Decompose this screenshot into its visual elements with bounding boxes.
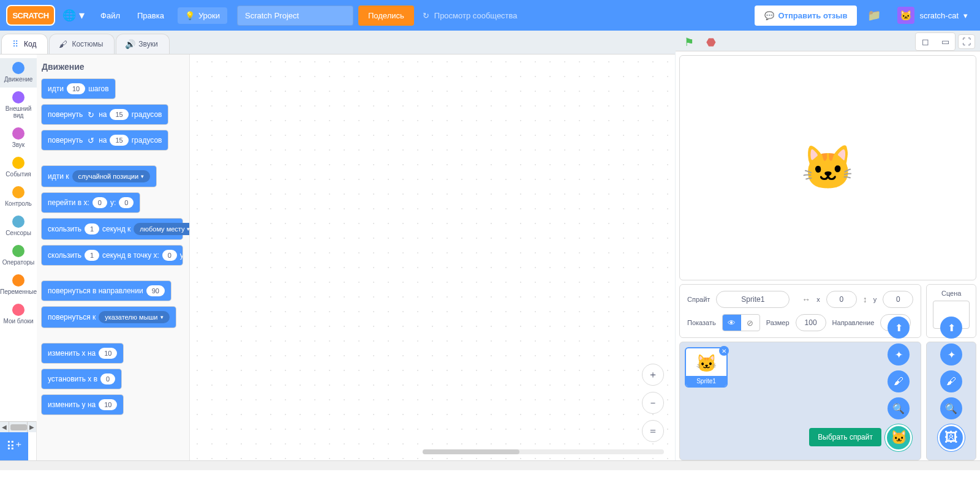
paint-sprite-button[interactable]: 🖌: [888, 370, 910, 392]
stage-small-button[interactable]: ◻: [917, 34, 934, 49]
block-turn-cw[interactable]: повернуть ↻ на 15 градусов: [42, 105, 168, 124]
lightbulb-icon: 💡: [185, 11, 195, 20]
menu-bar: SCRATCH 🌐 ▾ Файл Правка 💡 Уроки Поделись…: [0, 0, 980, 31]
rotate-cw-icon: ↻: [86, 110, 96, 119]
share-button[interactable]: Поделись: [358, 6, 414, 26]
block-glide-menu[interactable]: скользить 1 секунд к любому месту: [42, 219, 183, 239]
tab-sounds[interactable]: 🔊 Звуки: [116, 34, 169, 54]
category-Звук[interactable]: Звук: [0, 124, 37, 153]
workspace-scrollbar[interactable]: [423, 449, 664, 454]
zoom-reset-button[interactable]: ＝: [642, 420, 664, 442]
fullscreen-button[interactable]: ⛶: [958, 34, 975, 49]
language-menu[interactable]: 🌐 ▾: [55, 0, 92, 31]
zoom-in-button[interactable]: ＋: [642, 364, 664, 386]
category-scrollbar[interactable]: ◀ ▶: [0, 421, 36, 432]
category-Мои блоки[interactable]: Мои блоки: [0, 300, 37, 329]
surprise-backdrop-button[interactable]: ✦: [940, 343, 962, 366]
sprite-size-input[interactable]: [796, 314, 826, 331]
scroll-right-arrow[interactable]: ▶: [27, 422, 36, 433]
account-menu[interactable]: 🐱 scratch-cat ▾: [891, 7, 974, 24]
page-scrollbar[interactable]: [0, 460, 980, 470]
choose-sprite-button[interactable]: 🐱: [885, 424, 912, 451]
block-palette: Движение идти 10 шагов повернуть ↻ на 15…: [37, 54, 190, 460]
xy-arrows-icon: ↔: [802, 294, 810, 304]
category-dot-icon: [12, 186, 24, 198]
see-community-button[interactable]: ↻ Просмотр сообщества: [414, 11, 526, 20]
category-label: Мои блоки: [3, 318, 33, 324]
sound-icon: 🔊: [125, 39, 135, 49]
category-dot-icon: [12, 216, 24, 228]
add-extension-button[interactable]: ⠿⁺: [0, 432, 28, 460]
stage-large-button[interactable]: ▭: [937, 34, 954, 49]
file-menu[interactable]: Файл: [92, 0, 129, 31]
sprite-on-stage[interactable]: 🐱: [801, 143, 854, 193]
block-move-steps[interactable]: идти 10 шагов: [42, 79, 115, 99]
category-dot-icon: [12, 157, 24, 169]
category-dot-icon: [12, 127, 24, 140]
category-Контроль[interactable]: Контроль: [0, 182, 37, 212]
feedback-label: Отправить отзыв: [778, 11, 847, 20]
zoom-out-button[interactable]: －: [642, 392, 664, 414]
scroll-thumb[interactable]: [10, 424, 28, 430]
palette-heading: Движение: [42, 62, 184, 72]
sprite-x-input[interactable]: [826, 291, 857, 308]
code-icon: ⠿: [10, 39, 20, 49]
sprite-tile-sprite1[interactable]: ✕ 🐱 Sprite1: [685, 347, 728, 388]
category-Операторы[interactable]: Операторы: [0, 241, 37, 271]
category-Движение[interactable]: Движение: [0, 58, 37, 88]
category-Сенсоры[interactable]: Сенсоры: [0, 212, 37, 241]
x-label: x: [816, 296, 820, 303]
sprite-name-input[interactable]: [716, 291, 790, 308]
sprite-y-input[interactable]: [883, 291, 913, 308]
block-point-towards[interactable]: повернуться к указателю мыши: [42, 307, 176, 328]
hide-sprite-button[interactable]: ⊘: [741, 315, 760, 331]
block-glide-xy[interactable]: скользить 1 секунд в точку x: 0 y:: [42, 246, 183, 265]
surprise-sprite-button[interactable]: ✦: [888, 343, 910, 366]
block-set-x[interactable]: установить x в 0: [42, 369, 121, 389]
category-dot-icon: [12, 62, 24, 74]
block-change-x[interactable]: изменить x на 10: [42, 343, 123, 363]
show-sprite-button[interactable]: 👁: [723, 315, 741, 331]
paint-backdrop-button[interactable]: 🖌: [940, 370, 962, 392]
tab-code[interactable]: ⠿ Код: [1, 34, 48, 54]
scripts-workspace[interactable]: ＋ － ＝: [190, 54, 675, 460]
category-dot-icon: [12, 274, 24, 287]
refresh-icon: ↻: [423, 11, 429, 20]
tab-costumes-label: Костюмы: [72, 40, 103, 48]
category-label: Сенсоры: [6, 230, 31, 236]
upload-backdrop-button[interactable]: ⬆: [940, 317, 962, 339]
backdrop-panel: ⬆ ✦ 🖌 🔍 🖼: [926, 342, 976, 460]
block-categories: ДвижениеВнешний видЗвукСобытияКонтрольСе…: [0, 54, 37, 421]
my-stuff-button[interactable]: 📁: [862, 6, 886, 25]
tutorials-button[interactable]: 💡 Уроки: [178, 7, 227, 24]
search-backdrop-button[interactable]: 🔍: [940, 397, 962, 419]
upload-sprite-button[interactable]: ⬆: [888, 317, 910, 339]
feedback-button[interactable]: 💬 Отправить отзыв: [755, 6, 857, 26]
scratch-logo[interactable]: SCRATCH: [6, 5, 55, 26]
block-turn-ccw[interactable]: повернуть ↺ на 15 градусов: [42, 130, 168, 150]
project-title-input[interactable]: [237, 6, 353, 26]
category-Переменные[interactable]: Переменные: [0, 271, 37, 300]
rotate-ccw-icon: ↺: [86, 135, 96, 145]
block-goto-menu[interactable]: идти к случайной позиции: [42, 166, 156, 187]
delete-sprite-button[interactable]: ✕: [719, 346, 729, 356]
y-label: y: [873, 296, 877, 303]
size-label: Размер: [766, 319, 790, 326]
category-Внешний вид[interactable]: Внешний вид: [0, 88, 37, 124]
search-sprite-button[interactable]: 🔍: [888, 397, 910, 419]
choose-backdrop-button[interactable]: 🖼: [938, 424, 965, 451]
category-label: События: [6, 171, 31, 178]
tab-costumes[interactable]: 🖌 Костюмы: [49, 34, 115, 54]
green-flag-button[interactable]: ⚑: [680, 34, 698, 51]
edit-menu[interactable]: Правка: [129, 0, 173, 31]
category-События[interactable]: События: [0, 153, 37, 182]
block-point-direction[interactable]: повернуться в направлении 90: [42, 281, 171, 301]
block-goto-xy[interactable]: перейти в x: 0 y: 0: [42, 193, 140, 212]
block-change-y[interactable]: изменить y на 10: [42, 395, 123, 414]
stage[interactable]: 🐱: [679, 55, 976, 280]
scroll-left-arrow[interactable]: ◀: [0, 422, 9, 433]
tutorials-label: Уроки: [198, 11, 220, 20]
category-label: Контроль: [5, 200, 31, 207]
stop-button[interactable]: ⬣: [703, 34, 720, 51]
category-dot-icon: [12, 304, 24, 316]
